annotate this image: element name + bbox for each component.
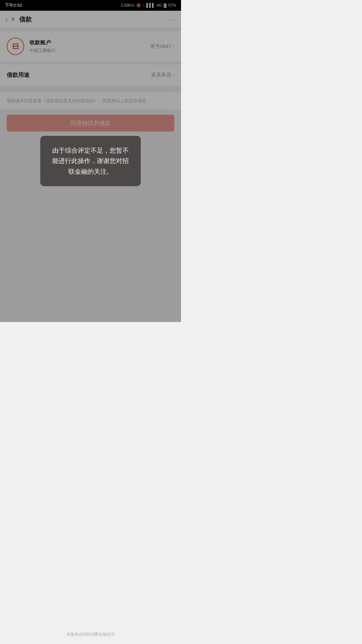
toast-dialog: 由于综合评定不足，您暂不能进行此操作，谢谢您对招联金融的关注。 xyxy=(40,136,141,186)
overlay[interactable]: 由于综合评定不足，您暂不能进行此操作，谢谢您对招联金融的关注。 xyxy=(0,0,181,322)
toast-message: 由于综合评定不足，您暂不能进行此操作，谢谢您对招联金融的关注。 xyxy=(52,147,129,175)
